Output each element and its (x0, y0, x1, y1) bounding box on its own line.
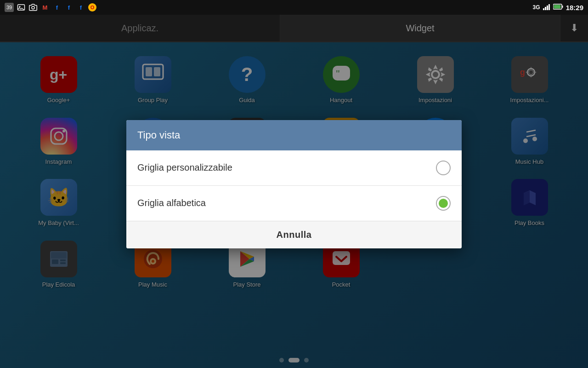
opera-notification-icon: O (88, 3, 96, 12)
svg-rect-8 (562, 6, 563, 8)
status-system: 3G 18:29 (533, 4, 583, 12)
svg-rect-6 (548, 4, 550, 10)
svg-point-1 (19, 6, 21, 7)
radio-griglia-alfabetica (436, 196, 451, 211)
status-notifications: 39 M f f f O (5, 3, 96, 12)
gallery-icon (17, 3, 26, 12)
svg-point-2 (32, 6, 34, 9)
dialog-cancel-button[interactable]: Annulla (126, 221, 462, 248)
radio-griglia-personalizzabile (436, 161, 451, 175)
svg-rect-9 (554, 5, 560, 9)
radio-selected-indicator (439, 199, 448, 208)
clock: 18:29 (566, 4, 583, 12)
svg-rect-5 (547, 6, 548, 10)
svg-rect-4 (545, 7, 546, 10)
dialog-option-griglia-alfabetica[interactable]: Griglia alfabetica (126, 186, 462, 221)
dialog-title-bar: Tipo vista (126, 120, 462, 150)
gmail-icon: M (40, 3, 50, 12)
dialog-options: Griglia personalizzabile Griglia alfabet… (126, 150, 462, 221)
camera-icon (28, 3, 38, 12)
facebook2-icon: f (64, 3, 74, 12)
dialog-box: Tipo vista Griglia personalizzabile Grig… (126, 120, 462, 248)
dialog-overlay[interactable]: Tipo vista Griglia personalizzabile Grig… (0, 0, 588, 368)
battery-icon (553, 4, 563, 11)
network-type: 3G (533, 4, 540, 11)
svg-rect-3 (543, 8, 544, 10)
option-label-griglia-alfabetica: Griglia alfabetica (137, 198, 206, 208)
facebook-icon: f (52, 3, 62, 12)
notification-count: 39 (5, 3, 14, 12)
dialog-title: Tipo vista (137, 129, 180, 141)
dialog-option-griglia-personalizzabile[interactable]: Griglia personalizzabile (126, 150, 462, 186)
signal-icon (543, 4, 550, 12)
option-label-griglia-personalizzabile: Griglia personalizzabile (137, 162, 232, 173)
status-bar: 39 M f f f O 3G (0, 0, 588, 15)
facebook3-icon: f (76, 3, 85, 12)
